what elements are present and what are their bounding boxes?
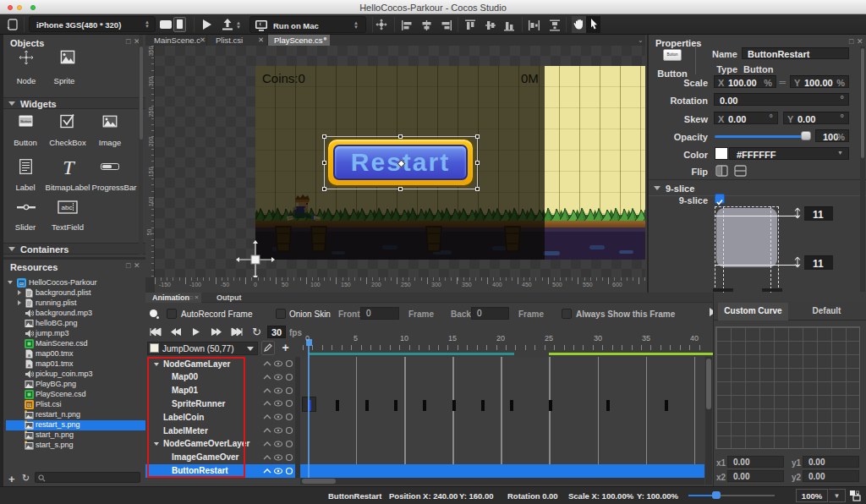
svg-text:abc: abc [62, 204, 73, 211]
svg-text:co: co [19, 281, 25, 286]
svg-text:Button: Button [20, 119, 31, 123]
svg-text:01: 01 [27, 403, 32, 408]
